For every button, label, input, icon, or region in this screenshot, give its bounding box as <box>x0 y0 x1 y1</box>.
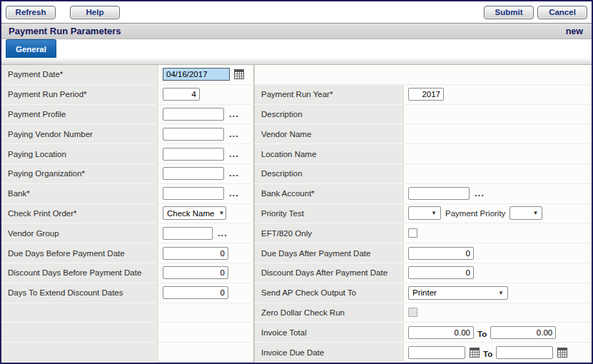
row-due-days: Due Days Before Payment Date Due Days Af… <box>1 243 592 263</box>
submit-button[interactable]: Submit <box>484 6 534 19</box>
check-print-order-value: Check Name <box>167 209 214 218</box>
lookup-ellipsis-icon[interactable]: ... <box>475 190 485 197</box>
bank-account-input[interactable] <box>408 187 470 200</box>
discount-days-after-input[interactable] <box>408 266 474 279</box>
location-name-value <box>404 144 592 164</box>
lookup-ellipsis-icon[interactable]: ... <box>229 170 239 177</box>
check-print-order-select[interactable]: Check Name ▼ <box>163 206 226 220</box>
paying-location-label: Paying Location <box>1 144 158 164</box>
vendor-group-input[interactable] <box>163 227 213 240</box>
invoice-total-to-input[interactable] <box>490 326 556 339</box>
discount-days-before-input[interactable] <box>163 266 228 279</box>
row-zero-dollar: Zero Dollar Check Run <box>1 303 592 323</box>
payment-date-input[interactable] <box>163 68 230 81</box>
row-payment-date: Payment Date* <box>1 65 592 85</box>
location-name-label: Location Name <box>255 144 404 164</box>
tab-shadow-strip <box>1 58 592 64</box>
lookup-ellipsis-icon[interactable]: ... <box>229 131 239 138</box>
row-payment-profile: Payment Profile ... Description <box>1 105 592 125</box>
send-ap-check-output-select[interactable]: Printer ▼ <box>408 286 508 300</box>
organization-description-label: Description <box>255 164 404 184</box>
payment-run-year-input[interactable] <box>408 88 444 101</box>
tab-general[interactable]: General <box>6 39 56 58</box>
due-days-after-input[interactable] <box>408 247 474 260</box>
payment-priority-select[interactable]: ▼ <box>510 206 542 220</box>
paying-vendor-number-label: Paying Vendor Number <box>1 124 158 144</box>
eft-820-only-checkbox[interactable] <box>408 228 417 238</box>
days-to-extend-input[interactable] <box>163 286 228 299</box>
tab-bar: General <box>1 39 592 58</box>
organization-description-value <box>404 164 592 184</box>
row-period-year: Payment Run Period* Payment Run Year* <box>1 85 592 105</box>
payment-priority-label: Payment Priority <box>445 209 505 218</box>
chevron-down-icon: ▼ <box>532 210 538 216</box>
calendar-icon[interactable] <box>234 69 244 79</box>
invoice-due-date-from-input[interactable] <box>408 346 465 359</box>
lookup-ellipsis-icon[interactable]: ... <box>229 111 239 118</box>
invoice-due-date-to-input[interactable] <box>496 346 553 359</box>
invoice-due-date-to-label: To <box>483 350 492 358</box>
payment-run-period-label: Payment Run Period* <box>1 85 158 105</box>
empty-label-cell <box>1 343 158 363</box>
empty-label-cell <box>1 303 158 323</box>
record-status-badge: new <box>566 26 583 36</box>
row-vendor-group: Vendor Group ... EFT/820 Only <box>1 223 592 243</box>
toolbar: Refresh Help Submit Cancel <box>1 1 592 23</box>
invoice-total-to-label: To <box>477 330 487 338</box>
empty-field-cell <box>158 303 255 323</box>
row-paying-vendor-number: Paying Vendor Number ... Vendor Name <box>1 124 592 144</box>
empty-field-cell <box>158 343 255 363</box>
invoice-total-from-input[interactable] <box>408 326 474 339</box>
bank-input[interactable] <box>163 187 224 200</box>
zero-dollar-check-run-label: Zero Dollar Check Run <box>255 303 404 323</box>
payment-run-form: Payment Date* Payment Run Period* Paymen… <box>1 64 592 363</box>
row-paying-organization: Paying Organization* ... Description <box>1 164 592 184</box>
invoice-total-label: Invoice Total <box>255 323 404 343</box>
payment-run-period-input[interactable] <box>163 88 200 101</box>
empty-field-cell <box>158 323 255 343</box>
cancel-button[interactable]: Cancel <box>537 6 587 19</box>
send-ap-check-output-value: Printer <box>412 288 437 297</box>
profile-description-label: Description <box>255 105 404 125</box>
eft-820-only-label: EFT/820 Only <box>255 223 404 243</box>
days-to-extend-label: Days To Extend Discount Dates <box>1 283 158 303</box>
row-paying-location: Paying Location ... Location Name <box>1 144 592 164</box>
calendar-icon[interactable] <box>557 348 567 358</box>
payment-profile-input[interactable] <box>163 108 224 121</box>
invoice-due-date-label: Invoice Due Date <box>255 343 404 363</box>
help-button[interactable]: Help <box>70 6 120 19</box>
profile-description-value <box>404 105 592 125</box>
row-days-to-extend: Days To Extend Discount Dates Send AP Ch… <box>1 283 592 303</box>
page-title: Payment Run Parameters <box>9 26 121 36</box>
priority-test-label: Priority Test <box>255 204 404 224</box>
refresh-button[interactable]: Refresh <box>6 6 56 19</box>
paying-organization-input[interactable] <box>163 167 224 180</box>
payment-date-label: Payment Date* <box>1 65 158 85</box>
lookup-ellipsis-icon[interactable]: ... <box>229 151 239 158</box>
payment-run-year-label: Payment Run Year* <box>255 85 404 105</box>
toolbar-left-group: Refresh Help <box>6 6 120 19</box>
toolbar-right-group: Submit Cancel <box>484 6 587 19</box>
discount-days-before-label: Discount Days Before Payment Date <box>1 263 158 283</box>
bank-account-label: Bank Account* <box>255 184 404 204</box>
send-ap-check-output-label: Send AP Check Output To <box>255 283 404 303</box>
due-days-before-label: Due Days Before Payment Date <box>1 243 158 263</box>
priority-test-select[interactable]: ▼ <box>408 206 441 220</box>
row-bank: Bank* ... Bank Account* ... <box>1 184 592 204</box>
due-days-before-input[interactable] <box>163 247 228 260</box>
paying-vendor-number-input[interactable] <box>163 128 224 141</box>
due-days-after-label: Due Days After Payment Date <box>255 243 404 263</box>
lookup-ellipsis-icon[interactable]: ... <box>218 230 228 237</box>
check-print-order-label: Check Print Order* <box>1 204 158 224</box>
vendor-name-value <box>404 124 592 144</box>
calendar-icon[interactable] <box>470 348 480 358</box>
paying-location-input[interactable] <box>163 148 224 161</box>
row-discount-days: Discount Days Before Payment Date Discou… <box>1 263 592 283</box>
row-invoice-total: Invoice Total To <box>1 323 592 343</box>
discount-days-after-label: Discount Days After Payment Date <box>255 263 404 283</box>
empty-label-cell <box>1 323 158 343</box>
chevron-down-icon: ▼ <box>431 210 437 216</box>
payment-profile-label: Payment Profile <box>1 105 158 125</box>
lookup-ellipsis-icon[interactable]: ... <box>229 190 239 197</box>
paying-organization-label: Paying Organization* <box>1 164 158 184</box>
